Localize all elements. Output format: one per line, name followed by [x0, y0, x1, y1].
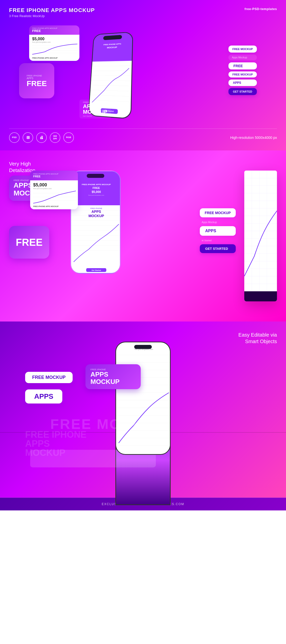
badge-dpi: 300DPI [50, 132, 60, 143]
svg-text:FREE IPHONE: FREE IPHONE [90, 208, 102, 209]
svg-text:free-psd-templates.com: free-psd-templates.com [88, 194, 104, 196]
hero-badges: PSD ⊞ 🖨 300DPI RGB [9, 132, 74, 143]
detail-tall-screen [244, 171, 277, 301]
s2-phone-notch [87, 174, 104, 178]
badge-print: 🖨 [36, 132, 47, 143]
s3-phone: free-psd-templates.com [115, 342, 171, 455]
s3-free-mockup-card: FREE MOCKUP [25, 372, 73, 383]
badge-layers: ⊞ [23, 132, 33, 143]
hero-resolution: High-resolution 5000x4000 px [230, 136, 277, 140]
s2-phone-main: FREE IPHONE APPS MOCKUP FREE $5,000 free… [70, 171, 121, 274]
svg-text:$5,000: $5,000 [92, 190, 101, 194]
s2-small-chart [33, 189, 76, 205]
hero-title: FREE IPHONE APPS MOCKUP [9, 7, 277, 14]
svg-text:FREE: FREE [92, 186, 100, 189]
svg-text:APPS: APPS [91, 210, 101, 214]
s2-phone-screen: FREE IPHONE APPS MOCKUP FREE $5,000 free… [71, 171, 120, 273]
badge-rgb: RGB [63, 132, 74, 143]
logo: free-PSD-templates [245, 7, 277, 11]
hero-bottom-card: FREE IPHONE APPSMOCKUP Get Started [79, 100, 111, 118]
svg-text:FREE IPHONE APPS MOCKUP: FREE IPHONE APPS MOCKUP [82, 183, 111, 186]
s3-free-mockup-badge: FREE MOCKUP [50, 416, 165, 432]
section-detail: Very HighDetalization [0, 150, 286, 321]
s3-phone-notch [134, 345, 152, 349]
s2-white-app-card: FREE IPHONE APPS MOCKUP FREE $5,000 free… [30, 171, 78, 209]
badge-psd: PSD [9, 132, 20, 143]
svg-text:Get Started: Get Started [91, 269, 101, 271]
s3-screen-svg: free-psd-templates.com [116, 342, 171, 455]
hero-mockup-area: FREE IPHONE APPS MOCKUP [9, 20, 277, 126]
svg-text:MOCKUP: MOCKUP [107, 46, 117, 49]
s3-big-text-bottom: FREE IPHONEAPPSMOCKUP [25, 430, 86, 457]
hero-bottom-bar: PSD ⊞ 🖨 300DPI RGB High-resolution 5000x… [9, 129, 277, 145]
section-hero: FREE IPHONE APPS MOCKUP 3 Free Realistic… [0, 0, 286, 150]
hero-subtitle: 3 Free Realistic MockUp [9, 14, 277, 18]
tall-screen-svg [244, 171, 277, 301]
s2-free-large-card: FREE [9, 226, 49, 259]
svg-text:MOCKUP: MOCKUP [88, 214, 104, 218]
s3-apps-card: APPS [25, 389, 62, 404]
s2-screen-svg: FREE IPHONE APPS MOCKUP FREE $5,000 free… [71, 171, 121, 274]
small-chart [32, 43, 77, 56]
hero-free-card: FREE IPHONE APPS FREE [19, 63, 54, 98]
s3-phone-screen: free-psd-templates.com [116, 342, 170, 454]
svg-rect-18 [244, 171, 277, 301]
section-smart: Easy Editable viaSmart Objects free-psd-… [0, 321, 286, 498]
hero-right-cards: FREE MOCKUP Apps Mockup FREE FREE MOCKUP… [228, 46, 257, 95]
svg-rect-38 [244, 291, 277, 301]
hero-card-1: FREE IPHONE APPS MOCKUP FREE $5,000 free… [29, 25, 79, 61]
s2-right-cards: FREE MOCKUP Apps Mockup APPS et Started … [200, 208, 236, 253]
s3-apps-mockup-card: FREE IPHONE APPSMOCKUP [85, 364, 141, 389]
